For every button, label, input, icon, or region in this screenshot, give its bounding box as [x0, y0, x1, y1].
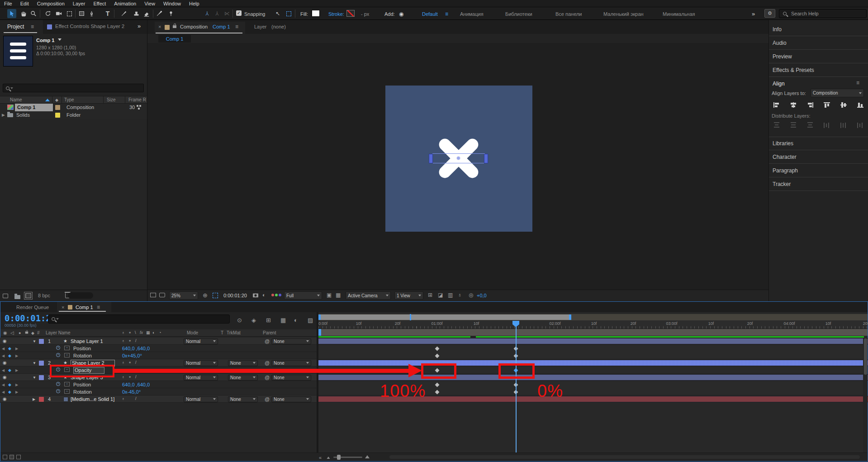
zoom-slider-thumb[interactable]	[337, 455, 341, 460]
distribute-horizontal-center-button[interactable]	[838, 120, 849, 129]
stroke-swatch[interactable]	[346, 10, 355, 17]
always-preview-icon[interactable]	[150, 293, 156, 297]
parent-dropdown[interactable]: None	[271, 396, 311, 402]
menu-effect[interactable]: Effect	[89, 1, 110, 6]
current-time-indicator-line[interactable]	[516, 326, 517, 452]
eye-icon[interactable]: ◉	[3, 338, 7, 343]
col-frame-rate[interactable]: Frame R	[128, 97, 146, 102]
audio-column-icon[interactable]: ◁	[10, 330, 14, 335]
panel-effects-presets[interactable]: Effects & Presets	[769, 63, 868, 77]
workspace-menu-icon[interactable]: ≡	[445, 11, 448, 17]
layer-row-3[interactable]: ◉ ▼ 3 ★ Shape Layer 3 ♁ * / Normal None …	[0, 374, 317, 381]
exposure-icon[interactable]: ♁	[458, 292, 462, 298]
vscrollbar-thumb[interactable]	[864, 338, 867, 375]
col-size[interactable]: Size	[107, 97, 115, 102]
fast-previews-icon[interactable]: ▣	[327, 292, 332, 298]
property-value[interactable]: 0x+45,0°	[122, 353, 142, 358]
timeline-button-icon[interactable]: ◪	[438, 292, 443, 298]
menu-composition[interactable]: Composition	[33, 1, 69, 6]
view-layout-dropdown[interactable]: 1 View	[394, 291, 423, 300]
parent-pickwhip-icon[interactable]: @	[265, 396, 270, 402]
new-folder-icon[interactable]	[14, 295, 20, 299]
hide-shy-layers-icon[interactable]: ⊞	[266, 317, 271, 324]
layer-label-swatch[interactable]	[39, 361, 44, 366]
roto-brush-tool-icon[interactable]	[155, 9, 164, 18]
layer-bar-1[interactable]	[318, 338, 868, 344]
selection-handle-left[interactable]	[429, 154, 433, 163]
project-row-comp[interactable]: Comp 1 Composition 30	[0, 104, 147, 111]
snapshot-camera-icon[interactable]	[252, 292, 259, 299]
add-label[interactable]: Add:	[384, 11, 395, 17]
show-snapshot-icon[interactable]: ◐	[262, 292, 266, 298]
panel-character[interactable]: Character	[769, 150, 868, 164]
tab-effect-controls[interactable]: Effect Controls Shape Layer 2	[55, 24, 124, 29]
panel-divider[interactable]	[147, 20, 147, 301]
video-column-icon[interactable]: ◉	[3, 330, 7, 335]
menu-edit[interactable]: Edit	[16, 1, 33, 6]
property-name[interactable]: Position	[73, 346, 91, 351]
timeline-navigator[interactable]	[318, 314, 868, 320]
anchor-point[interactable]	[456, 156, 460, 160]
tab-composition[interactable]: Composition	[180, 24, 208, 29]
tab-timeline-comp[interactable]: Comp 1	[76, 305, 93, 310]
align-top-button[interactable]	[821, 100, 833, 110]
frame-blending-icon[interactable]: ▦	[280, 317, 286, 324]
parent-pickwhip-icon[interactable]: @	[265, 360, 270, 366]
stroke-width-value[interactable]: - px	[361, 11, 369, 17]
menu-window[interactable]: Window	[159, 1, 185, 6]
grid-guides-icon[interactable]: ⊕	[203, 292, 208, 299]
camera-tool-icon[interactable]	[54, 9, 63, 18]
layer-label-swatch[interactable]	[39, 339, 44, 344]
layer-row-1[interactable]: ◉ ▼ 1 ★ Shape Layer 1 ♁ * / Normal @ Non…	[0, 338, 317, 345]
eye-icon[interactable]: ◉	[3, 360, 7, 365]
layer-bar-2-selected[interactable]	[318, 360, 868, 366]
viewer-tab-comp1[interactable]: Comp 1	[158, 35, 191, 43]
pen-tool-icon[interactable]	[87, 9, 96, 18]
layer-name[interactable]: [Medium...e Solid 1]	[71, 396, 114, 402]
navigator-start-handle[interactable]	[318, 314, 321, 320]
tab-project[interactable]: Project	[7, 24, 24, 30]
layer-row-4[interactable]: ◉ ▶ 4 [Medium...e Solid 1] ♁ / Normal No…	[0, 395, 317, 403]
timeline-panel-menu-icon[interactable]: ≡	[97, 304, 100, 310]
clone-stamp-tool-icon[interactable]	[132, 9, 141, 18]
motion-blur-icon[interactable]: ◐	[294, 317, 298, 324]
tab-composition-comp-name[interactable]: Comp 1	[213, 24, 230, 29]
layer-name[interactable]: Shape Layer 1	[71, 338, 103, 344]
property-name[interactable]: Rotation	[73, 389, 92, 395]
effects-switch[interactable]: *	[129, 375, 131, 381]
quality-switch[interactable]: /	[135, 338, 137, 343]
property-value[interactable]: 640,0 ,640,0	[122, 382, 150, 387]
effects-switch[interactable]: *	[129, 339, 131, 344]
timeline-hscrollbar[interactable]	[389, 455, 860, 459]
panel-libraries[interactable]: Libraries	[769, 137, 868, 150]
col-name[interactable]: Name	[10, 97, 22, 102]
property-value[interactable]: 640,0 ,640,0	[122, 346, 150, 351]
flowchart-icon[interactable]: ▥	[448, 292, 453, 298]
reset-exposure-icon[interactable]: ◎	[469, 292, 473, 298]
graph-editor-icon[interactable]: ▨	[308, 317, 313, 324]
parent-dropdown[interactable]: None	[271, 360, 311, 366]
blend-mode-dropdown[interactable]: Normal	[184, 338, 218, 344]
channel-icons[interactable]	[271, 294, 274, 296]
pan-behind-tool-icon[interactable]	[65, 9, 74, 18]
collapse-switch[interactable]: ♁	[122, 338, 125, 343]
project-panel-menu-icon[interactable]: ≡	[31, 24, 34, 30]
workspace-all-panels[interactable]: Все панели	[555, 11, 582, 17]
label-column-icon[interactable]: ◆	[55, 98, 58, 102]
new-composition-icon[interactable]	[25, 293, 31, 298]
view-axis-mode-icon[interactable]: ⋉	[223, 9, 232, 18]
trkmat-dropdown[interactable]: None	[228, 396, 258, 402]
pixel-aspect-icon[interactable]: ⊞	[428, 292, 432, 298]
layer-row-2[interactable]: ◉ ▼ 2 ★ Shape Layer 2 ♁ * / Normal None …	[0, 359, 317, 367]
expand-arrow-icon[interactable]: ▼	[33, 361, 36, 365]
col-type[interactable]: Type	[64, 97, 74, 102]
snapping-checkbox[interactable]: ✓	[236, 10, 242, 16]
label-column-icon[interactable]: ◆	[31, 331, 34, 335]
sort-ascending-icon[interactable]	[45, 99, 50, 101]
align-panel-menu-icon[interactable]: ≡	[856, 80, 859, 86]
expand-arrow-icon[interactable]: ▼	[33, 339, 36, 343]
eraser-tool-icon[interactable]	[142, 9, 151, 18]
interpret-footage-icon[interactable]	[3, 294, 8, 298]
menu-animation[interactable]: Animation	[110, 1, 140, 6]
col-mode[interactable]: Mode	[187, 330, 198, 335]
